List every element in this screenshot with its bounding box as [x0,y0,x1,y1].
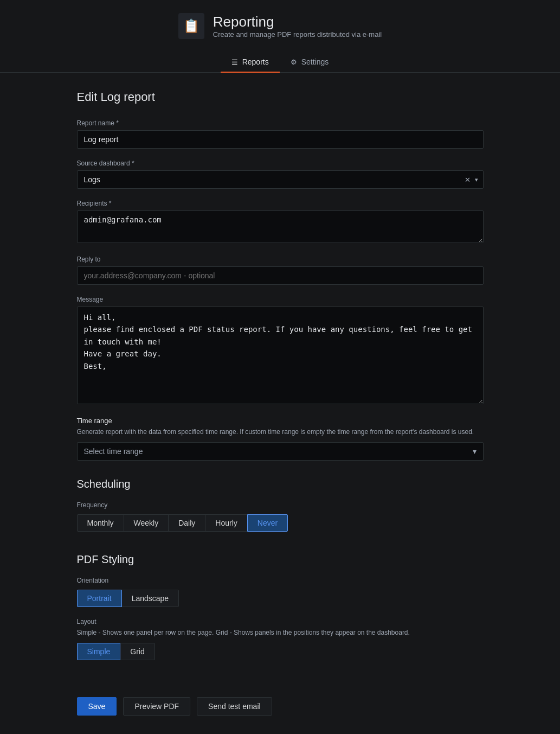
source-dashboard-wrapper: Logs ✕ ▾ [77,170,484,189]
tabs-inner: ☰ Reports ⚙ Settings [221,52,340,72]
source-dashboard-select[interactable]: Logs ✕ ▾ [77,170,484,189]
message-group: Message Hi all, please find enclosed a P… [77,296,484,406]
time-range-section: Time range Generate report with the data… [77,417,484,461]
layout-grid-btn[interactable]: Grid [120,643,155,660]
layout-label: Layout [77,618,484,626]
orientation-portrait-btn[interactable]: Portrait [77,590,122,607]
report-name-group: Report name * [77,119,484,149]
reply-to-label: Reply to [77,256,484,263]
pdf-styling-title: PDF Styling [77,553,484,566]
orientation-landscape-btn[interactable]: Landscape [121,590,179,607]
time-range-label: Time range [77,417,484,425]
layout-group: Layout Simple - Shows one panel per row … [77,618,484,660]
recipients-group: Recipients * admin@grafana.com [77,200,484,245]
frequency-never-btn[interactable]: Never [247,514,288,532]
time-range-select[interactable]: Select time range ▾ [77,442,484,461]
orientation-button-group: Portrait Landscape [77,590,484,607]
layout-simple-btn[interactable]: Simple [77,643,121,660]
reply-to-input[interactable] [77,266,484,285]
app-icon: 📋 [178,13,204,39]
tab-settings[interactable]: ⚙ Settings [280,52,340,73]
frequency-daily-btn[interactable]: Daily [168,514,205,532]
tab-reports[interactable]: ☰ Reports [221,52,280,73]
frequency-button-group: Monthly Weekly Daily Hourly Never [77,514,484,532]
page-title: Edit Log report [77,90,484,104]
app-subtitle: Create and manage PDF reports distribute… [213,30,382,39]
recipients-textarea[interactable]: admin@grafana.com [77,210,484,243]
save-button[interactable]: Save [77,697,117,716]
report-name-input[interactable] [77,130,484,149]
frequency-monthly-btn[interactable]: Monthly [77,514,124,532]
scheduling-section: Scheduling Frequency Monthly Weekly Dail… [77,478,484,532]
pdf-styling-section: PDF Styling Orientation Portrait Landsca… [77,553,484,660]
app-title: Reporting [213,14,382,30]
frequency-hourly-btn[interactable]: Hourly [205,514,247,532]
source-dashboard-value: Logs [84,175,100,184]
source-dashboard-label: Source dashboard * [77,159,484,167]
tab-settings-label: Settings [301,58,329,66]
select-icons: ✕ ▾ [465,176,478,184]
layout-button-group: Simple Grid [77,643,484,660]
settings-tab-icon: ⚙ [291,58,297,66]
report-name-label: Report name * [77,119,484,127]
message-textarea[interactable]: Hi all, please find enclosed a PDF statu… [77,307,484,404]
scheduling-title: Scheduling [77,478,484,490]
preview-pdf-button[interactable]: Preview PDF [123,697,190,716]
action-buttons: Save Preview PDF Send test email [77,686,484,716]
time-range-chevron-icon: ▾ [473,447,477,456]
time-range-description: Generate report with the data from speci… [77,427,484,437]
layout-description: Simple - Shows one panel per row on the … [77,628,484,637]
chevron-down-icon: ▾ [475,176,478,183]
message-label: Message [77,296,484,303]
reports-tab-icon: ☰ [231,58,238,66]
recipients-label: Recipients * [77,200,484,207]
reply-to-group: Reply to [77,256,484,285]
select-clear-icon[interactable]: ✕ [465,176,471,184]
tab-reports-label: Reports [242,58,269,66]
orientation-label: Orientation [77,577,484,584]
main-content: Edit Log report Report name * Source das… [77,73,484,734]
source-dashboard-group: Source dashboard * Logs ✕ ▾ [77,159,484,189]
time-range-placeholder: Select time range [84,447,143,456]
send-test-email-button[interactable]: Send test email [197,697,272,716]
frequency-label: Frequency [77,501,484,509]
frequency-weekly-btn[interactable]: Weekly [124,514,169,532]
app-title-row: 📋 Reporting Create and manage PDF report… [178,13,382,39]
tabs-bar: ☰ Reports ⚙ Settings [0,52,560,73]
orientation-group: Orientation Portrait Landscape [77,577,484,607]
app-header: 📋 Reporting Create and manage PDF report… [0,0,560,73]
app-title-text: Reporting Create and manage PDF reports … [213,14,382,39]
